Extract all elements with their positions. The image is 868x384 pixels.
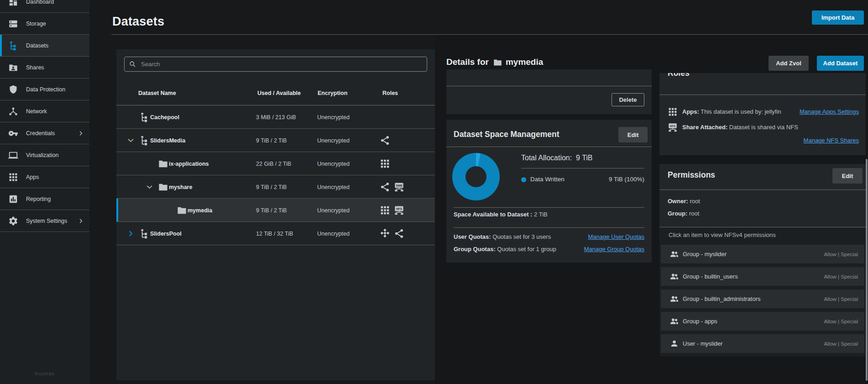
roles-icons bbox=[380, 222, 408, 245]
column-header-roles[interactable]: Roles bbox=[382, 81, 398, 105]
space-edit-button[interactable]: Edit bbox=[618, 127, 648, 142]
roles-apps-label: Apps: bbox=[682, 108, 699, 115]
sidebar-item-label: Credentials bbox=[26, 130, 55, 137]
apps-role-icon bbox=[380, 158, 390, 169]
permission-access-badge: Allow | Special bbox=[824, 274, 858, 279]
manage-user-quotas-link[interactable]: Manage User Quotas bbox=[588, 233, 644, 240]
permission-item-label: Group - apps bbox=[683, 318, 717, 325]
dataset-row-mymedia[interactable]: mymedia9 TiB / 2 TiBUnencryptedNFS bbox=[116, 199, 435, 222]
column-header-encryption[interactable]: Encryption bbox=[318, 81, 347, 105]
add-dataset-button[interactable]: Add Dataset bbox=[817, 56, 864, 71]
sidebar-item-dashboard[interactable]: Dashboard bbox=[0, 0, 89, 13]
sidebar-item-datasets[interactable]: Datasets bbox=[0, 35, 89, 57]
dashboard-icon bbox=[8, 0, 18, 7]
sidebar-item-data-protection[interactable]: Data Protection bbox=[0, 79, 89, 100]
sidebar-item-label: System Settings bbox=[26, 218, 67, 224]
apps-icon bbox=[8, 172, 18, 182]
texture-role-icon bbox=[380, 228, 390, 239]
sidebar-item-virtualization[interactable]: Virtualization bbox=[0, 144, 89, 166]
permissions-card-title: Permissions bbox=[668, 170, 715, 180]
collapse-chevron-icon[interactable] bbox=[145, 183, 154, 191]
manage-nfs-shares-link[interactable]: Manage NFS Shares bbox=[804, 137, 859, 144]
delete-dataset-button[interactable]: Delete bbox=[612, 93, 644, 106]
dataset-row-Cachepool[interactable]: Cachepool3 MiB / 213 GiBUnencrypted bbox=[116, 105, 435, 129]
permission-item-group-myslider[interactable]: Group - mysliderAllow | Special bbox=[661, 245, 864, 263]
collapse-chevron-icon[interactable] bbox=[126, 136, 135, 145]
roles-card: Roles Apps: This dataset is used by: jel… bbox=[659, 73, 866, 155]
column-header-dataset-name[interactable]: Dataset Name bbox=[138, 81, 176, 105]
permissions-hint: Click an item to view NFSv4 permissions bbox=[669, 231, 776, 238]
search-icon bbox=[129, 60, 136, 68]
sidebar-item-apps[interactable]: Apps bbox=[0, 166, 89, 188]
share-role-icon bbox=[394, 228, 404, 239]
roles-share-label: Share Attached: bbox=[682, 124, 727, 131]
datasets-table-panel: Dataset NameUsed / AvailableEncryptionRo… bbox=[116, 49, 435, 380]
roles-icons: NFS bbox=[380, 199, 408, 222]
group-value: root bbox=[689, 210, 699, 217]
permission-access-badge: Allow | Special bbox=[824, 341, 858, 347]
network-icon bbox=[8, 106, 18, 116]
encryption-value: Unencrypted bbox=[317, 222, 350, 245]
permissions-edit-button[interactable]: Edit bbox=[832, 168, 863, 184]
search-input[interactable] bbox=[140, 60, 423, 68]
laptop-icon bbox=[8, 150, 18, 160]
user-quotas-label: User Quotas: bbox=[454, 233, 491, 240]
group-icon bbox=[669, 316, 679, 326]
folder-icon bbox=[493, 58, 502, 67]
group-quotas-text: Quotas set for 1 group bbox=[497, 246, 556, 252]
sidebar-item-reporting[interactable]: Reporting bbox=[0, 188, 89, 210]
sidebar-item-network[interactable]: Network bbox=[0, 100, 89, 122]
divider bbox=[521, 168, 644, 168]
shield-icon bbox=[8, 84, 18, 95]
manage-group-quotas-link[interactable]: Manage Group Quotas bbox=[584, 246, 644, 252]
sidebar-item-label: Data Protection bbox=[26, 86, 65, 93]
used-available-value: 3 MiB / 213 GiB bbox=[256, 105, 296, 129]
manage-apps-settings-link[interactable]: Manage Apps Settings bbox=[800, 108, 859, 115]
expand-chevron-icon[interactable] bbox=[126, 229, 135, 238]
data-written-legend-dot bbox=[521, 177, 526, 182]
used-available-value: 9 TiB / 2 TiB bbox=[256, 175, 287, 199]
dataset-row-myshare[interactable]: myshare9 TiB / 2 TiBUnencryptedSMB bbox=[116, 175, 435, 199]
add-zvol-button[interactable]: Add Zvol bbox=[769, 56, 809, 71]
used-available-value: 12 TiB / 32 TiB bbox=[256, 222, 293, 245]
column-header-used-available[interactable]: Used / Available bbox=[257, 81, 301, 105]
sidebar-item-storage[interactable]: Storage bbox=[0, 13, 89, 35]
permissions-list-area: Click an item to view NFSv4 permissions … bbox=[659, 227, 866, 357]
page-title: Datasets bbox=[112, 15, 164, 29]
vertical-scrollbar[interactable] bbox=[866, 159, 868, 381]
sidebar-item-label: Shares bbox=[26, 64, 44, 71]
permission-item-group-builtin_administrators[interactable]: Group - builtin_administratorsAllow | Sp… bbox=[661, 289, 864, 308]
chart-icon bbox=[8, 194, 18, 204]
group-quotas-label: Group Quotas: bbox=[454, 246, 496, 252]
dataset-row-SlidersMedia[interactable]: SlidersMedia9 TiB / 2 TiBUnencrypted bbox=[116, 129, 435, 152]
dataset-row-ix-applications[interactable]: ix-applications22 GiB / 2 TiBUnencrypted bbox=[116, 152, 435, 175]
permission-item-group-apps[interactable]: Group - appsAllow | Special bbox=[661, 312, 864, 331]
datasets-icon bbox=[8, 41, 18, 51]
details-title: Details for mymedia bbox=[446, 57, 543, 67]
details-dataset-name: mymedia bbox=[506, 57, 543, 67]
encryption-value: Unencrypted bbox=[317, 175, 350, 199]
divider bbox=[454, 227, 644, 228]
sidebar-item-credentials[interactable]: Credentials bbox=[0, 122, 89, 144]
permission-item-user-myslider[interactable]: User - mysliderAllow | Special bbox=[661, 334, 864, 353]
group-quotas: Group Quotas: Quotas set for 1 group bbox=[454, 246, 556, 252]
svg-text:NFS: NFS bbox=[670, 124, 675, 127]
sidebar-item-label: Storage bbox=[26, 21, 46, 27]
divider bbox=[446, 86, 652, 86]
apps-role-icon bbox=[380, 205, 390, 216]
roles-icons: SMB bbox=[380, 175, 408, 199]
sidebar-item-shares[interactable]: Shares bbox=[0, 57, 89, 79]
dataset-name: SlidersMedia bbox=[150, 129, 185, 152]
permission-item-group-builtin_users[interactable]: Group - builtin_usersAllow | Special bbox=[661, 267, 864, 286]
sidebar-item-system-settings[interactable]: System Settings bbox=[0, 210, 89, 232]
dataset-name: SlidersPool bbox=[150, 222, 182, 245]
share-role-icon bbox=[380, 182, 390, 192]
sidebar-item-label: Dashboard bbox=[26, 0, 54, 5]
dataset-row-SlidersPool[interactable]: SlidersPool12 TiB / 32 TiBUnencrypted bbox=[116, 222, 435, 245]
svg-text:SMB: SMB bbox=[396, 184, 403, 187]
dataset-name: myshare bbox=[169, 175, 192, 199]
import-data-button[interactable]: Import Data bbox=[812, 11, 864, 25]
divider bbox=[454, 207, 644, 208]
dataset-tree-icon bbox=[139, 112, 150, 122]
permissions-card: Permissions Edit Owner: root Group: root… bbox=[659, 164, 866, 357]
